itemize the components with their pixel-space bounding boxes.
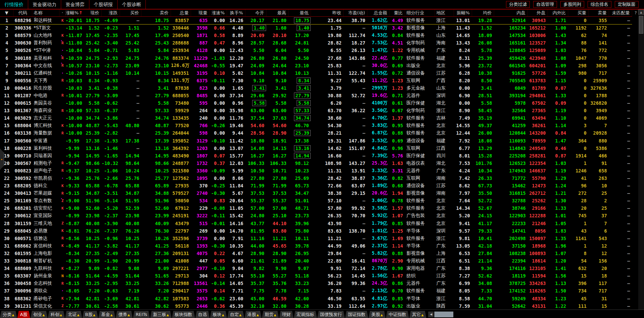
bottom-tab-期货[interactable]: 期货▲ (262, 311, 279, 318)
table-row[interactable]: 8300211亿通科技·-10.2610.15-1.1610.1410.1514… (0, 69, 632, 77)
table-row[interactable]: 11001287中电港R-10.0127.79-3.09—27.79688055… (0, 92, 632, 99)
column-header-ask-price[interactable]: 卖价 (141, 10, 171, 16)
table-row[interactable]: 18600228返利科技-9.9913.16-1.46—13.163643921… (0, 145, 632, 152)
table-row[interactable]: 5300526*ST中潜·-10.845.84-0.715.835.842539… (0, 47, 632, 54)
table-row[interactable]: 39301231荣信文化Z-7.7730.61-2.5830.6130.6295… (0, 302, 632, 310)
table-row[interactable]: 26688201信安世纪K-9.0052.60-5.2052.5952.6067… (0, 204, 632, 212)
table-row[interactable]: 34688609九联科技K-8.279.09-0.829.089.0929722… (0, 265, 632, 272)
column-header-bid-price[interactable]: 买价 (120, 10, 141, 16)
column-header-amplitude-pct[interactable]: 振幅% (454, 10, 472, 16)
bottom-tab-自定[interactable]: 自定▲ (227, 311, 244, 318)
table-row[interactable]: 27300612宣亚国际-8.9923.98-2.3723.9823.99245… (0, 212, 632, 219)
table-row[interactable]: 29688045必易微K-8.8176.26-7.3776.2676.30227… (0, 227, 632, 235)
bottom-tab-国债预发行[interactable]: 国债预发行 (317, 311, 345, 318)
table-row[interactable]: 12000615奥园美谷-10.005.58-0.62—5.5873480595… (0, 99, 632, 107)
column-header-turnover-pct[interactable]: 换手% (227, 10, 245, 16)
top-menu-button[interactable]: 自选管理 (533, 1, 557, 8)
column-header-inner-volume[interactable]: 内盘 (494, 10, 528, 16)
top-menu-button[interactable]: 综合排名 (588, 1, 611, 8)
table-row[interactable]: 17300560中富通-9.9917.38-1.9317.3817.391950… (0, 137, 632, 145)
bottom-tab-国证指数[interactable]: 国证指数 (345, 311, 368, 318)
bottom-tab-REITs[interactable]: REITs (133, 311, 150, 318)
top-menu-button[interactable]: 多股同列 (560, 1, 584, 8)
column-header-high[interactable]: 最高 (266, 10, 289, 16)
column-header-last-price[interactable]: 现价 (80, 10, 102, 16)
table-row[interactable]: 4300630普利制药·R-11.8025.42-3.4025.4225.432… (0, 39, 632, 47)
vertical-scrollbar[interactable]: ▲ (638, 10, 644, 310)
bottom-tab-创业[interactable]: 创业▲ (31, 311, 48, 318)
column-header-row-index[interactable]: ▼ (0, 10, 14, 16)
table-row[interactable]: 24300413芒果超媒R-9.1534.87-3.5134.8734.8857… (0, 189, 632, 197)
table-row[interactable]: 19000710贝瑞基因-9.9414.95-1.6514.9414.95483… (0, 152, 632, 160)
bottom-tab-宏观指标[interactable]: 宏观指标 (294, 311, 317, 318)
table-row[interactable]: 23688205德科立K-9.3365.88-6.7865.8865.89279… (0, 182, 632, 189)
table-row[interactable]: 37300096易联众·-8.057.20-0.637.197.20290417… (0, 287, 632, 295)
bottom-tab-科创[interactable]: 科创▲ (48, 311, 65, 318)
horizontal-scrollbar[interactable]: ◀ (428, 311, 453, 318)
table-row[interactable]: 16603138海量数据R-10.0025.39-2.82—25.3926404… (0, 129, 632, 137)
help-icon[interactable]: ? (634, 10, 637, 15)
table-row[interactable]: 13001367海森药业R-10.0057.33-6.37—57.3359929… (0, 107, 632, 114)
bottom-tab-债券[interactable]: 债券▲ (116, 311, 133, 318)
bottom-tab-板块指数[interactable]: 板块指数 (172, 311, 195, 318)
bottom-tab-分类[interactable]: 分类▲ (0, 311, 17, 318)
column-header-volume-ratio[interactable]: 量比 (389, 10, 405, 16)
top-menu-item[interactable]: 个股诊断 (118, 0, 146, 9)
bottom-tab-新三板[interactable]: 新三板▲ (150, 311, 172, 318)
column-header-pct-change[interactable]: 涨幅%↑ (66, 10, 80, 16)
table-row[interactable]: 15688004博汇科技K-10.0048.87-5.4348.8048.877… (0, 122, 632, 129)
column-header-amount[interactable]: 总金额 (367, 10, 389, 16)
top-menu-button[interactable]: 分类过滤 (506, 1, 530, 8)
table-row[interactable]: 25301169零点有数·Z-9.0051.96-5.1451.9551.965… (0, 197, 632, 204)
table-row[interactable]: 32601595上海电影-8.3427.35-2.4927.3527.36209… (0, 250, 632, 257)
table-row[interactable]: 2300336*ST新文-13.141.52-0.231.511.5233044… (0, 24, 632, 32)
column-header-low[interactable]: 最低 (289, 10, 311, 16)
column-header-region[interactable]: 地区 (435, 10, 454, 16)
column-header-cur-volume[interactable]: 现量 (191, 10, 210, 16)
column-header-stock-name[interactable]: 名称 (32, 10, 59, 16)
table-row[interactable]: 1688296和达科技K-20.0118.75-4.69—18.75838576… (0, 17, 632, 24)
bottom-tab-美股[interactable]: 美股▲ (369, 311, 386, 318)
column-header-industry[interactable]: 细分行业 (405, 10, 435, 16)
table-row[interactable]: 6300188美亚柏科·R-10.5924.75-2.9324.7524.768… (0, 54, 632, 62)
column-header-avg-price[interactable]: 均价 (472, 10, 494, 16)
table-row[interactable]: 31688662富信科技K-8.4941.17-3.8241.1741.2556… (0, 242, 632, 250)
bottom-tab-港股[interactable]: 港股▲ (245, 311, 262, 318)
horizontal-scrollbar-thumb[interactable] (434, 312, 453, 317)
top-menu-item[interactable]: 资金驱动力 (28, 0, 61, 9)
scroll-left-icon[interactable]: ◀ (428, 312, 434, 317)
table-row[interactable]: 28301159三维天地Z-8.8740.08-3.9040.0840.0943… (0, 220, 632, 227)
top-menu-button[interactable]: 定制版面 (615, 1, 639, 8)
table-row[interactable]: 7300364中文在线·R-10.5723.10-2.7323.0923.101… (0, 62, 632, 69)
bottom-tab-基金[interactable]: 基金▲ (98, 311, 115, 318)
column-header-stock-code[interactable]: 代码 (14, 10, 32, 16)
top-menu-item[interactable]: 个股研报 (89, 0, 118, 9)
table-row[interactable]: 9600556天下秀R-10.038.34-0.93—8.34131.9万637… (0, 77, 632, 84)
table-row[interactable]: 3688579山大地纬K-11.8717.45-2.3517.4517.4925… (0, 32, 632, 39)
column-header-in-out-ratio[interactable]: 内外比 (548, 10, 568, 16)
column-header-outer-volume[interactable]: 外盘 (528, 10, 548, 16)
table-row[interactable]: 36300458全志科技R-8.1533.25-2.9533.2533.2671… (0, 280, 632, 287)
column-header-total-volume[interactable]: 总量 (171, 10, 191, 16)
table-row[interactable]: 35603307扬州金泉N-8.1651.64-4.5951.6451.6529… (0, 272, 632, 280)
column-header-open[interactable]: 今开 (245, 10, 266, 16)
bottom-tab-其它[interactable]: 其它▲ (409, 311, 426, 318)
top-menu-item[interactable]: 行情报价 (0, 0, 28, 9)
table-row[interactable]: 14003029吉大正元-10.0034.74-3.86—34.74133435… (0, 114, 632, 122)
column-header-pe-ratio[interactable]: 市盈(动) (344, 10, 367, 16)
column-header-bid-volume[interactable]: 买量 (568, 10, 589, 16)
column-header-ask-volume[interactable]: 卖量 (589, 10, 609, 16)
column-header-prev-close[interactable]: 昨收 (311, 10, 344, 16)
table-row[interactable]: 33300818耐普矿机-8.3020.99-1.9020.9921.00410… (0, 257, 632, 265)
scroll-up-icon[interactable]: ▲ (638, 10, 644, 15)
table-row[interactable]: 21000823超声电子R-9.3710.25-1.0610.2410.2532… (0, 167, 632, 174)
table-row[interactable]: 30600571信雅达R-8.5610.25-0.9610.2510.26352… (0, 235, 632, 242)
bottom-tab-北证[interactable]: 北证▲ (65, 311, 82, 318)
table-row[interactable]: 10000416民生控股-10.033.41-0.38—3.4187838823… (0, 84, 632, 92)
table-row[interactable]: 38688362甬矽电子K-7.9442.81-3.6942.8142.8210… (0, 295, 632, 302)
bottom-tab-A股[interactable]: A股 (17, 311, 30, 318)
column-header-unmatched-volume[interactable]: 未匹配量 (609, 10, 632, 16)
vertical-scrollbar-thumb[interactable] (639, 16, 643, 34)
bottom-tab-B股[interactable]: B股▲ (83, 311, 98, 318)
bottom-tab-自选[interactable]: 自选 (195, 311, 210, 318)
